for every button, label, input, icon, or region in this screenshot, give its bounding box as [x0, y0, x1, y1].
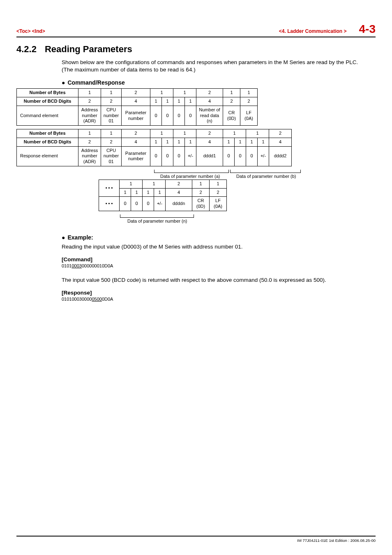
row-label-bcd: Number of BCD Digits — [17, 97, 78, 106]
cell: 0 — [150, 106, 162, 125]
cell: LF(0A) — [240, 106, 258, 125]
cell: CPUnumber01 — [101, 146, 122, 166]
cell: 1 — [173, 138, 185, 146]
cell: 2 — [166, 180, 192, 188]
cell: 0 — [223, 146, 235, 166]
cell: 2 — [101, 138, 122, 146]
intro-paragraph: Shown below are the configurations of co… — [62, 59, 367, 74]
cell: CPUnumber01 — [101, 106, 122, 125]
row-label-resp-elem: Response element — [17, 146, 78, 166]
cell: 0 — [246, 146, 258, 166]
cell: 1 — [78, 129, 101, 138]
section-heading: Reading Parameters — [45, 44, 132, 55]
response-table-continued: • • • 1 1 2 1 1 1 1 1 1 4 2 2 • • • 0 0 … — [99, 180, 227, 211]
cell: 2 — [223, 97, 240, 106]
dots-cell: • • • — [99, 197, 120, 211]
example-intro: Reading the input value (D0003) of the M… — [62, 243, 367, 251]
cell: 1 — [223, 89, 240, 97]
cell: 1 — [223, 138, 235, 146]
response-label: [Response] — [62, 290, 367, 296]
response-string: 01010003000005000D0A — [62, 297, 367, 302]
cell: LF(0A) — [210, 197, 227, 211]
header-toc[interactable]: <Toc> <Ind> — [16, 28, 45, 34]
cell: 0 — [162, 106, 173, 125]
cell: 4 — [122, 97, 150, 106]
cell: 1 — [210, 180, 227, 188]
cell: Number ofread data(n) — [196, 106, 223, 125]
row-label-bcd: Number of BCD Digits — [17, 138, 78, 146]
cell: 1 — [120, 188, 131, 197]
cell: 1 — [240, 89, 258, 97]
cell: 1 — [185, 138, 196, 146]
row-label-bytes: Number of Bytes — [17, 89, 78, 97]
cell: 1 — [131, 188, 143, 197]
cell: Addressnumber(ADR) — [78, 106, 101, 125]
cell: 1 — [150, 89, 173, 97]
cell: 1 — [173, 129, 196, 138]
bracket-row-ab: Data of parameter number (a) Data of par… — [16, 170, 312, 177]
ind-link[interactable]: <Ind> — [32, 28, 45, 34]
dots-cell: • • • — [99, 180, 120, 197]
cell: 2 — [269, 129, 292, 138]
cell: 1 — [78, 89, 101, 97]
command-label: [Command] — [62, 256, 367, 263]
cell: 2 — [122, 89, 150, 97]
cell: 0 — [131, 197, 143, 211]
table-row: • • • 0 0 0 +/- ddddn CR(0D) LF(0A) — [99, 197, 227, 211]
cell: 2 — [78, 97, 101, 106]
cell: 1 — [101, 129, 122, 138]
bracket-row-n: Data of parameter number (n) — [99, 214, 263, 222]
cell: Parameternumber — [122, 106, 150, 125]
command-table: Number of Bytes 1 1 2 1 1 2 1 1 Number o… — [16, 88, 258, 126]
row-label-bytes: Number of Bytes — [17, 129, 78, 138]
cell: 0 — [120, 197, 131, 211]
cell: 1 — [150, 129, 173, 138]
toc-link[interactable]: <Toc> — [16, 28, 30, 34]
cell: +/- — [185, 146, 196, 166]
cell: 1 — [162, 138, 173, 146]
cell: 2 — [122, 129, 150, 138]
cell: dddd1 — [196, 146, 223, 166]
cell: 0 — [143, 197, 154, 211]
cell: 1 — [185, 97, 196, 106]
cell: +/- — [154, 197, 166, 211]
cell: 4 — [269, 138, 292, 146]
cell: 2 — [196, 129, 223, 138]
cell: 0 — [235, 146, 246, 166]
table-row: Number of Bytes 1 1 2 1 1 2 1 1 2 — [17, 129, 292, 138]
section-number: 4.2.2 — [16, 44, 37, 55]
caption-a: Data of parameter number (a) — [160, 174, 220, 179]
cell: CR(0D) — [223, 106, 240, 125]
cell: 1 — [223, 129, 246, 138]
cell: 1 — [246, 138, 258, 146]
header-section: <4. Ladder Communication > — [279, 28, 347, 34]
cell: 1 — [143, 180, 166, 188]
cell: Addressnumber(ADR) — [78, 146, 101, 166]
cell: 1 — [258, 138, 269, 146]
cell: 2 — [196, 89, 223, 97]
table-row: • • • 1 1 2 1 1 — [99, 180, 227, 188]
caption-n: Data of parameter number (n) — [127, 219, 187, 223]
cell: 1 — [143, 188, 154, 197]
cell: 0 — [162, 146, 173, 166]
row-label-cmd-elem: Command element — [17, 106, 78, 125]
response-note: The input value 500 (BCD code) is return… — [62, 276, 367, 284]
cell: 1 — [101, 89, 122, 97]
cell: 1 — [162, 97, 173, 106]
cell: 2 — [210, 188, 227, 197]
cell: 1 — [173, 97, 185, 106]
cell: 2 — [101, 97, 122, 106]
cell: 1 — [235, 138, 246, 146]
cell: 2 — [240, 97, 258, 106]
section-title: 4.2.2 Reading Parameters — [16, 44, 376, 55]
cell: 1 — [173, 89, 196, 97]
table-row: Response element Addressnumber(ADR) CPUn… — [17, 146, 292, 166]
command-string: 01010003000000010D0A — [62, 263, 367, 268]
cell: 4 — [196, 97, 223, 106]
cell: ddddn — [166, 197, 192, 211]
cell: 0 — [173, 146, 185, 166]
cell: 1 — [192, 180, 210, 188]
cell: 0 — [150, 146, 162, 166]
cell: 4 — [166, 188, 192, 197]
table-row: Number of BCD Digits 2 2 4 1 1 1 1 4 1 1… — [17, 138, 292, 146]
